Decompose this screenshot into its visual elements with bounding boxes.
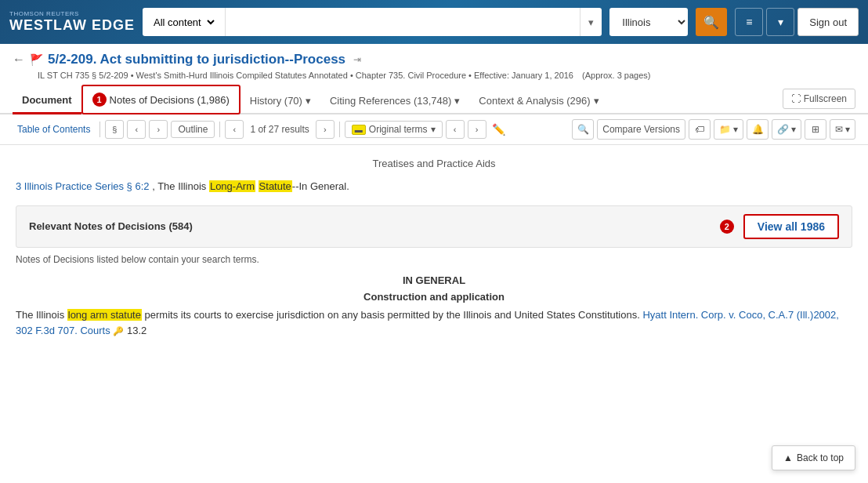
- filter-icon: ≡: [746, 16, 752, 28]
- email-icon: ✉: [835, 124, 843, 135]
- notes-description: Notes of Decisions listed below contain …: [16, 254, 852, 265]
- link-dropdown-btn[interactable]: 🔗 ▾: [772, 119, 801, 140]
- logo-area: THOMSON REUTERS WESTLAW EDGE: [9, 10, 135, 34]
- search-bar: All content ▾: [143, 8, 602, 36]
- chevron-left-icon-2: ‹: [233, 125, 237, 134]
- logo-bottom: WESTLAW EDGE: [9, 17, 135, 34]
- search-input-wrap: [225, 8, 580, 36]
- nav-prev-result[interactable]: ‹: [127, 120, 146, 139]
- view-all-area: 2 View all 1986: [720, 214, 839, 239]
- statute-highlight: Statute: [259, 180, 292, 192]
- external-link-icon: ⇥: [353, 54, 361, 65]
- search-button[interactable]: 🔍: [696, 8, 727, 36]
- breadcrumb: IL ST CH 735 § 5/2-209 • West's Smith-Hu…: [34, 71, 855, 80]
- original-terms-button[interactable]: ▬ Original terms ▾: [345, 121, 443, 138]
- divider-3: [339, 122, 340, 137]
- tab-bar: Document 1 Notes of Decisions (1,986) Hi…: [0, 85, 868, 114]
- chevron-right-icon-2: ›: [324, 125, 327, 134]
- chevron-left-icon: ‹: [136, 125, 139, 134]
- body-paragraph: The Illinois long arm statute permits it…: [16, 307, 852, 340]
- doc-id: 5/2-209.: [48, 52, 96, 67]
- chevron-down-icon: ▾: [588, 16, 594, 28]
- nav-result-prev[interactable]: ‹: [225, 120, 244, 139]
- compare-versions-btn[interactable]: Compare Versions: [597, 119, 685, 140]
- sign-out-button[interactable]: Sign out: [797, 8, 859, 36]
- back-arrow[interactable]: ←: [13, 53, 25, 67]
- grid-icon: ⊞: [812, 124, 819, 135]
- search-icon-small: 🔍: [577, 124, 589, 135]
- section-icon: §: [112, 125, 117, 134]
- breadcrumb-text: IL ST CH 735 § 5/2-209 • West's Smith-Hu…: [38, 71, 573, 80]
- fullscreen-label: Fullscreen: [804, 93, 847, 104]
- practice-link[interactable]: 3 Illinois Practice Series § 6:2: [16, 180, 152, 192]
- doc-title[interactable]: 5/2-209. Act submitting to jurisdiction-…: [48, 52, 345, 67]
- history-dropdown-icon: ▾: [306, 95, 311, 107]
- tab-context-label: Context & Analysis (296): [479, 95, 590, 107]
- nav-prev-section[interactable]: §: [105, 120, 124, 139]
- tab-document[interactable]: Document: [13, 88, 81, 114]
- long-arm-highlight: Long-Arm: [209, 180, 255, 192]
- relevant-notes-bar: Relevant Notes of Decisions (584) 2 View…: [16, 205, 852, 248]
- highlight-marker: ▬: [352, 125, 366, 135]
- context-dropdown-icon: ▾: [594, 95, 599, 107]
- outline-button[interactable]: Outline: [171, 121, 215, 138]
- body-highlight: long arm statute: [67, 309, 142, 321]
- practice-paragraph: 3 Illinois Practice Series § 6:2 , The I…: [16, 179, 852, 194]
- view-all-button[interactable]: View all 1986: [743, 214, 839, 239]
- body-text-1: The Illinois: [16, 309, 67, 321]
- tab-citing[interactable]: Citing References (13,748) ▾: [320, 89, 469, 113]
- back-row: ← 🚩 5/2-209. Act submitting to jurisdict…: [13, 52, 855, 67]
- chevron-right-icon-3: ›: [476, 125, 479, 134]
- relevant-notes-label: Relevant Notes of Decisions (584): [29, 220, 193, 232]
- tag-btn[interactable]: 🏷: [689, 119, 711, 140]
- filters-icon-btn[interactable]: ≡: [735, 8, 763, 36]
- fullscreen-button[interactable]: ⛶ Fullscreen: [783, 89, 855, 109]
- search-toolbar-btn[interactable]: 🔍: [572, 119, 594, 140]
- flag-icon: 🚩: [30, 53, 43, 66]
- search-input[interactable]: [226, 8, 580, 36]
- practice-desc-2: --In General.: [292, 180, 349, 192]
- nav-result-next[interactable]: ›: [316, 120, 335, 139]
- pencil-icon: ✏️: [492, 123, 505, 136]
- bell-btn[interactable]: 🔔: [747, 119, 769, 140]
- pages-info: (Approx. 3 pages): [582, 71, 650, 80]
- key-ref: 13.2: [127, 325, 146, 336]
- key-icon: 🔑: [113, 326, 124, 336]
- tab-notes-label: Notes of Decisions (1,986): [110, 94, 230, 106]
- search-type-dropdown[interactable]: All content: [143, 8, 225, 36]
- step-badge-1: 1: [92, 93, 107, 107]
- search-type-select[interactable]: All content: [150, 16, 217, 29]
- compare-label: Compare Versions: [602, 124, 680, 135]
- tab-history[interactable]: History (70) ▾: [241, 89, 320, 113]
- search-dropdown-btn[interactable]: ▾: [580, 8, 602, 36]
- chevron-left-icon-3: ‹: [454, 125, 457, 134]
- email-dropdown-btn[interactable]: ✉ ▾: [830, 119, 855, 140]
- header: THOMSON REUTERS WESTLAW EDGE All content…: [0, 0, 868, 44]
- toolbar: Table of Contents § ‹ › Outline ‹ 1 of 2…: [0, 114, 868, 145]
- chevron-right-icon: ›: [157, 125, 161, 134]
- tab-history-label: History (70): [250, 95, 302, 107]
- nav-result-next-2[interactable]: ›: [468, 120, 486, 139]
- fullscreen-icon: ⛶: [791, 93, 801, 104]
- tab-document-label: Document: [22, 94, 72, 106]
- toolbar-right: 🔍 Compare Versions 🏷 📁 ▾ 🔔 🔗 ▾ ⊞ ✉ ▾: [572, 119, 855, 140]
- nav-result-prev-2[interactable]: ‹: [446, 120, 465, 139]
- tab-notes[interactable]: 1 Notes of Decisions (1,986): [81, 85, 241, 114]
- result-counter: 1 of 27 results: [247, 124, 312, 135]
- doc-title-text: Act submitting to jurisdiction--Process: [99, 52, 345, 67]
- pencil-button[interactable]: ✏️: [490, 121, 508, 138]
- header-icons: ≡ ▾ Sign out: [735, 8, 859, 36]
- toc-button[interactable]: Table of Contents: [13, 122, 95, 137]
- terms-dropdown-icon: ▾: [431, 124, 436, 135]
- practice-desc-1: , The Illinois: [152, 180, 209, 192]
- main-content: Treatises and Practice Aids 3 Illinois P…: [0, 145, 868, 352]
- grid-btn[interactable]: ⊞: [805, 119, 826, 140]
- in-general-heading: IN GENERAL: [16, 274, 852, 286]
- tab-context[interactable]: Context & Analysis (296) ▾: [469, 89, 608, 113]
- dropdown-icon-btn[interactable]: ▾: [766, 8, 794, 36]
- jurisdiction-select[interactable]: Illinois: [609, 8, 688, 36]
- nav-next-result[interactable]: ›: [149, 120, 168, 139]
- citing-dropdown-icon: ▾: [454, 95, 460, 107]
- folder-dropdown-btn[interactable]: 📁 ▾: [714, 119, 743, 140]
- original-terms-label: Original terms: [369, 124, 428, 135]
